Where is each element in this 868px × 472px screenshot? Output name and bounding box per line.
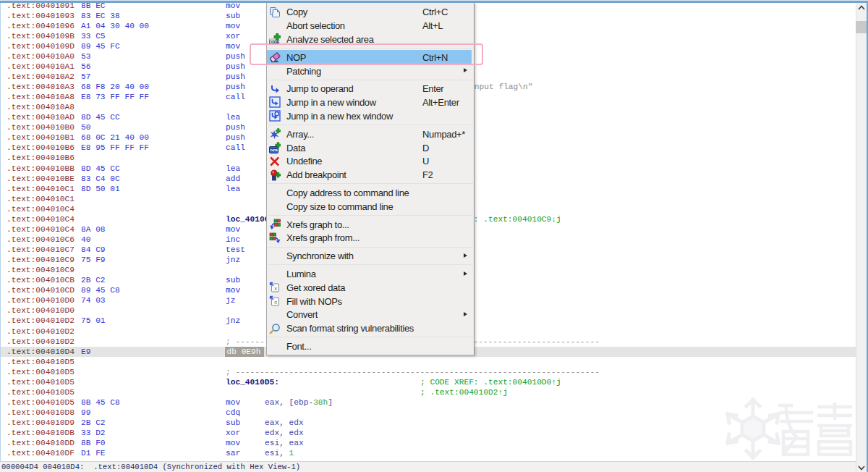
svg-text:x: x bbox=[274, 286, 277, 292]
svg-text:n: n bbox=[274, 300, 277, 305]
svg-text:DATA: DATA bbox=[270, 148, 278, 151]
